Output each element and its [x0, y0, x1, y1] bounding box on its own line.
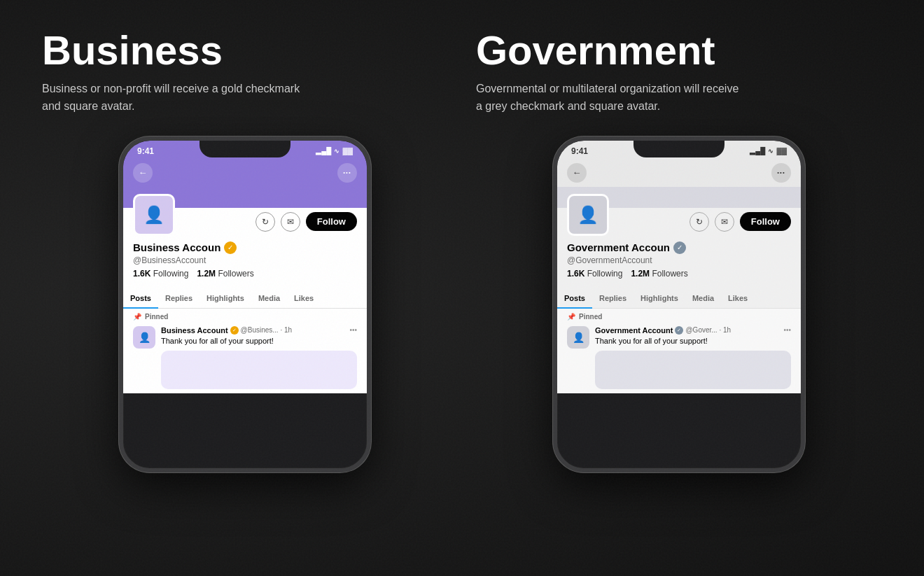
business-tab-highlights[interactable]: Highlights [200, 288, 251, 308]
government-profile-area: 👤 ↻ ✉ Follow [557, 208, 801, 288]
tweet-avatar-icon: 👤 [139, 332, 150, 343]
business-handle: @BusinessAccount [133, 255, 357, 265]
government-time: 9:41 [571, 146, 588, 156]
business-display-name: Business Accoun [133, 241, 220, 253]
business-feed: 📌 Pinned 👤 Business Account ✓ [123, 309, 367, 393]
business-mail-button[interactable]: ✉ [281, 212, 300, 232]
government-description: Governmental or multilateral organizatio… [476, 80, 742, 115]
govt-tweet-avatar-icon: 👤 [573, 332, 584, 343]
business-following: 1.6K Following [133, 269, 188, 279]
business-title: Business [42, 28, 448, 73]
government-avatar-container: 👤 [567, 208, 609, 236]
government-more-button[interactable]: ••• [771, 163, 791, 183]
business-tab-likes[interactable]: Likes [287, 288, 321, 308]
government-username-row: Government Accoun ✓ [567, 241, 791, 254]
govt-mail-icon: ✉ [721, 217, 728, 227]
business-tab-replies[interactable]: Replies [158, 288, 200, 308]
government-tab-highlights[interactable]: Highlights [634, 288, 685, 308]
government-verified-badge: ✓ [673, 241, 686, 254]
business-stats-row: 1.6K Following 1.2M Followers [133, 269, 357, 279]
business-avatar-icon: 👤 [144, 205, 164, 225]
pin-icon: 📌 [133, 313, 141, 321]
signal-icon: ▂▄█ [316, 147, 331, 155]
government-following: 1.6K Following [567, 269, 622, 279]
government-profile-info: Government Accoun ✓ @GovernmentAccount 1… [567, 236, 791, 281]
govt-more-icon: ••• [777, 169, 785, 176]
business-section: Business Business or non-profit will rec… [42, 28, 448, 548]
more-icon: ••• [343, 169, 351, 176]
government-profile-actions: ↻ ✉ Follow [690, 212, 791, 232]
government-phone: 9:41 ▂▄█ ∿ ▓▓ ← [553, 136, 805, 472]
government-tab-replies[interactable]: Replies [592, 288, 634, 308]
business-followers: 1.2M Followers [197, 269, 253, 279]
business-avatar-container: 👤 [133, 208, 175, 236]
government-back-button[interactable]: ← [567, 163, 587, 183]
tweet-verified-badge: ✓ [230, 326, 239, 335]
government-tweet-meta: @Gover... · 1h [685, 326, 731, 334]
business-tweet-image [161, 351, 357, 389]
government-display-name: Government Accoun [567, 241, 670, 253]
government-tweet-image [595, 351, 791, 389]
government-handle: @GovernmentAccount [567, 255, 791, 265]
government-tweet: 👤 Government Account ✓ @Gover... · 1h [567, 326, 791, 389]
business-tweet-content: Business Account ✓ @Busines... · 1h ••• … [161, 326, 357, 389]
business-tab-posts[interactable]: Posts [123, 288, 158, 308]
business-tweet-meta: @Busines... · 1h [241, 326, 293, 334]
government-nav-bar: ← ••• [557, 159, 801, 187]
government-tweet-name: Government Account [595, 326, 673, 335]
government-tweet-content: Government Account ✓ @Gover... · 1h ••• … [595, 326, 791, 389]
govt-tweet-verified-badge: ✓ [675, 326, 683, 335]
mail-icon: ✉ [287, 217, 294, 227]
business-profile-info: Business Accoun ✓ @BusinessAccount 1.6K … [133, 236, 357, 281]
government-follow-button[interactable]: Follow [740, 212, 791, 231]
gold-checkmark-icon: ✓ [227, 244, 233, 251]
government-tweet-text: Thank you for all of your support! [595, 336, 791, 346]
business-status-icons: ▂▄█ ∿ ▓▓ [316, 147, 353, 155]
refresh-icon: ↻ [262, 217, 269, 227]
government-feed: 📌 Pinned 👤 Government Account ✓ [557, 309, 801, 393]
business-more-button[interactable]: ••• [337, 163, 357, 183]
government-tab-media[interactable]: Media [685, 288, 721, 308]
business-screen: 9:41 ▂▄█ ∿ ▓▓ ← [123, 141, 367, 468]
government-followers: 1.2M Followers [631, 269, 687, 279]
back-icon: ← [139, 167, 148, 178]
govt-wifi-icon: ∿ [768, 148, 774, 155]
business-phone: 9:41 ▂▄█ ∿ ▓▓ ← [119, 136, 371, 472]
business-tabs: Posts Replies Highlights Media Likes [123, 288, 367, 309]
govt-pin-icon: 📌 [567, 313, 575, 321]
government-avatar-icon: 👤 [578, 205, 598, 225]
government-section: Government Governmental or multilateral … [476, 28, 882, 548]
government-refresh-button[interactable]: ↻ [690, 212, 709, 232]
business-refresh-button[interactable]: ↻ [255, 212, 275, 232]
government-title: Government [476, 28, 882, 73]
business-tweet-header: Business Account ✓ @Busines... · 1h ••• [161, 326, 357, 335]
business-status-bar: 9:41 ▂▄█ ∿ ▓▓ [123, 141, 367, 159]
grey-checkmark-icon: ✓ [677, 244, 682, 251]
business-avatar: 👤 [133, 194, 175, 236]
government-tab-likes[interactable]: Likes [721, 288, 755, 308]
govt-refresh-icon: ↻ [696, 217, 703, 227]
government-pinned-label: 📌 Pinned [567, 313, 791, 321]
government-mail-button[interactable]: ✉ [715, 212, 734, 232]
business-pinned-label: 📌 Pinned [133, 313, 357, 321]
business-phone-wrapper: 9:41 ▂▄█ ∿ ▓▓ ← [42, 136, 448, 472]
business-nav-bar: ← ••• [123, 159, 367, 187]
government-tab-posts[interactable]: Posts [557, 288, 592, 308]
business-tab-media[interactable]: Media [251, 288, 287, 308]
battery-icon: ▓▓ [342, 147, 353, 155]
govt-battery-icon: ▓▓ [776, 147, 787, 155]
business-time: 9:41 [137, 146, 154, 156]
business-profile-actions: ↻ ✉ Follow [255, 212, 357, 232]
government-status-bar: 9:41 ▂▄█ ∿ ▓▓ [557, 141, 801, 159]
govt-signal-icon: ▂▄█ [750, 147, 765, 155]
business-tweet-text: Thank you for all of your support! [161, 336, 357, 346]
government-avatar: 👤 [567, 194, 609, 236]
business-follow-button[interactable]: Follow [306, 212, 357, 231]
government-status-icons: ▂▄█ ∿ ▓▓ [750, 147, 787, 155]
business-back-button[interactable]: ← [133, 163, 153, 183]
business-tweet-avatar: 👤 [133, 326, 155, 349]
tweet-more-icon: ••• [349, 326, 357, 334]
wifi-icon: ∿ [334, 148, 340, 155]
business-profile-area: 👤 ↻ ✉ Follow [123, 208, 367, 288]
government-stats-row: 1.6K Following 1.2M Followers [567, 269, 791, 279]
